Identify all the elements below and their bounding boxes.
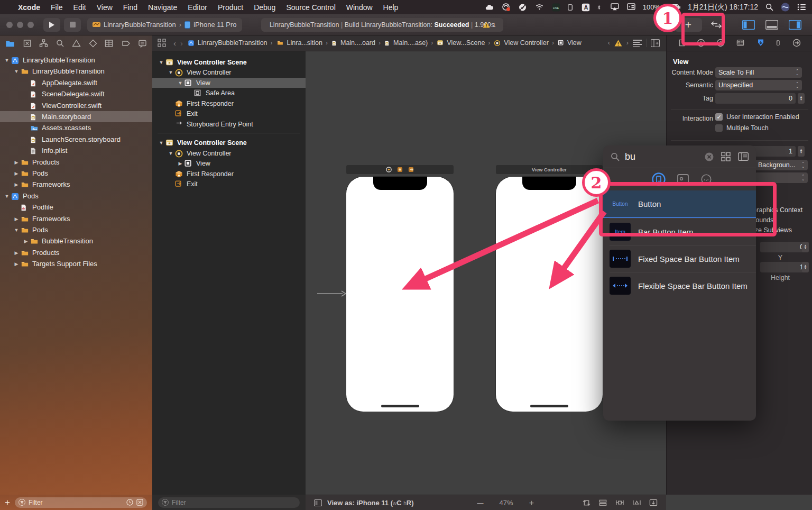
stretch-y-stepper[interactable]: ▲▼ [802, 242, 809, 252]
file-row-products[interactable]: ▶Products [0, 157, 166, 168]
disclosure-closed-icon[interactable]: ▶ [14, 250, 19, 256]
disclosure-open-icon[interactable]: ▼ [14, 227, 19, 233]
disclosure-icon[interactable]: ▼ [168, 70, 173, 75]
file-row-frameworks[interactable]: ▶Frameworks [0, 213, 166, 224]
file-row-scenedelegate-swift[interactable]: SceneDelegate.swift [0, 88, 176, 99]
issue-navigator-icon[interactable] [72, 39, 81, 48]
next-issue-button[interactable]: › [626, 39, 629, 47]
disclosure-open-icon[interactable]: ▼ [4, 58, 10, 63]
notification-center-icon[interactable] [797, 3, 806, 12]
library-search-input[interactable]: bu [625, 151, 635, 162]
outline-row-exit[interactable]: Exit [152, 109, 321, 119]
sidecar-icon[interactable] [626, 3, 635, 12]
file-inspector-icon[interactable] [678, 39, 686, 47]
disclosure-icon[interactable]: ▶ [178, 161, 183, 166]
checkmark-circle-icon[interactable] [518, 3, 527, 12]
multiple-touch-checkbox[interactable]: Multiple Touch [715, 124, 769, 132]
scene1-header[interactable] [346, 165, 454, 174]
library-item-button[interactable]: ButtonButton [603, 190, 756, 218]
disclosure-open-icon[interactable]: ▼ [14, 69, 19, 74]
disclosure-icon[interactable]: ▼ [178, 80, 183, 86]
library-item-flexible-space-bar-button-item[interactable]: Flexible Space Bar Button Item [603, 272, 756, 299]
outline-row-storyboard-entry-point[interactable]: Storyboard Entry Point [152, 119, 321, 129]
close-window-button[interactable] [6, 22, 13, 28]
file-row-podfile[interactable]: rbPodfile [0, 202, 166, 213]
zoom-level[interactable]: 47% [500, 499, 513, 507]
menu-find[interactable]: Find [118, 3, 143, 12]
stack-embed-icon[interactable] [598, 499, 607, 507]
breadcrumb-2[interactable]: Main....oard [331, 39, 375, 47]
stop-button[interactable] [64, 18, 81, 32]
disclosure-closed-icon[interactable]: ▶ [14, 182, 19, 187]
add-constraints-icon[interactable] [615, 499, 624, 507]
outline-row-first-responder[interactable]: First Responder [152, 169, 321, 179]
disclosure-closed-icon[interactable]: ▶ [14, 171, 19, 176]
back-button[interactable]: ‹ [170, 39, 179, 48]
tag-field[interactable]: 0 [715, 93, 796, 104]
resolve-autolayout-icon[interactable] [632, 499, 641, 507]
breadcrumb-1[interactable]: Linra...sition [276, 39, 322, 47]
project-navigator-icon[interactable] [5, 39, 15, 48]
menu-window[interactable]: Window [341, 3, 378, 12]
editor-options-button[interactable] [706, 18, 726, 32]
toggle-inspector-button[interactable] [786, 18, 805, 32]
outline-row-view[interactable]: ▼View [152, 78, 331, 88]
file-row-pods[interactable]: ▶Pods [0, 168, 166, 179]
stretch-y-field[interactable]: 0 [760, 242, 807, 252]
content-mode-dropdown[interactable]: Scale To Fill ⌃⌄ [715, 67, 802, 78]
list-view-icon[interactable] [738, 152, 749, 161]
zoom-window-button[interactable] [27, 22, 34, 28]
test-navigator-icon[interactable] [89, 39, 97, 48]
file-row-info-plist[interactable]: Info.plist [0, 145, 176, 156]
breadcrumb-4[interactable]: View...Scene [436, 39, 485, 47]
stretch-height-stepper[interactable]: ▲▼ [802, 262, 809, 272]
wifi-icon[interactable] [534, 3, 545, 12]
add-file-button[interactable]: + [0, 497, 15, 508]
file-row-appdelegate-swift[interactable]: AppDelegate.swift [0, 77, 176, 88]
menu-navigate[interactable]: Navigate [143, 3, 182, 12]
source-control-status-icon[interactable] [136, 499, 143, 506]
disclosure-closed-icon[interactable]: ▶ [14, 160, 19, 165]
menu-file[interactable]: File [45, 3, 68, 12]
scene2-view[interactable] [496, 177, 603, 412]
disclosure-icon[interactable]: ▼ [159, 140, 164, 145]
minimize-window-button[interactable] [17, 22, 23, 28]
file-row-pods[interactable]: ▼Pods [0, 190, 156, 202]
disclosure-closed-icon[interactable]: ▶ [14, 216, 19, 222]
bluetooth-icon[interactable] [597, 3, 603, 12]
file-row-viewcontroller-swift[interactable]: ViewController.swift [0, 100, 176, 111]
source-control-icon[interactable] [23, 39, 32, 48]
forward-button[interactable]: › [179, 39, 187, 48]
outline-row-first-responder[interactable]: First Responder [152, 98, 321, 108]
menu-xcode[interactable]: Xcode [13, 3, 45, 12]
alpha-stepper[interactable]: ▲▼ [798, 146, 805, 157]
menu-edit[interactable]: Edit [68, 3, 91, 12]
prev-issue-button[interactable]: ‹ [608, 39, 610, 47]
breadcrumb-6[interactable]: View [557, 39, 582, 47]
outline-row-view-controller[interactable]: ▼View Controller [152, 148, 321, 158]
outline-row-exit[interactable]: Exit [152, 179, 321, 189]
toggle-debug-area-button[interactable] [762, 18, 781, 32]
menu-debug[interactable]: Debug [248, 3, 281, 12]
menu-view[interactable]: View [91, 3, 118, 12]
outline-row-view-controller[interactable]: ▼View Controller [152, 68, 321, 78]
outline-row-view[interactable]: ▶View [152, 159, 331, 169]
background-dropdown[interactable]: Backgroun... ⌃⌄ [755, 160, 808, 170]
file-row-main-storyboard[interactable]: Main.storyboard [0, 111, 176, 122]
ui-objects-category-icon[interactable] [652, 172, 666, 186]
siri-icon[interactable] [781, 3, 790, 12]
disclosure-icon[interactable]: ▼ [168, 151, 173, 156]
tag-stepper[interactable]: ▲▼ [798, 93, 805, 104]
clear-search-icon[interactable] [705, 152, 714, 161]
menu-help[interactable]: Help [378, 3, 404, 12]
disclosure-open-icon[interactable]: ▼ [4, 194, 10, 199]
grid-view-icon[interactable] [721, 152, 731, 161]
line-app-icon[interactable]: LINE [552, 3, 560, 12]
disclosure-closed-icon[interactable]: ▶ [14, 261, 19, 267]
run-button[interactable] [43, 18, 60, 32]
toggle-navigator-button[interactable] [739, 18, 758, 32]
view-as-label[interactable]: View as: iPhone 11 (wC hR) [327, 499, 414, 507]
menu-editor[interactable]: Editor [182, 3, 213, 12]
scene1-view[interactable] [346, 177, 454, 412]
breakpoint-navigator-icon[interactable] [121, 39, 131, 48]
